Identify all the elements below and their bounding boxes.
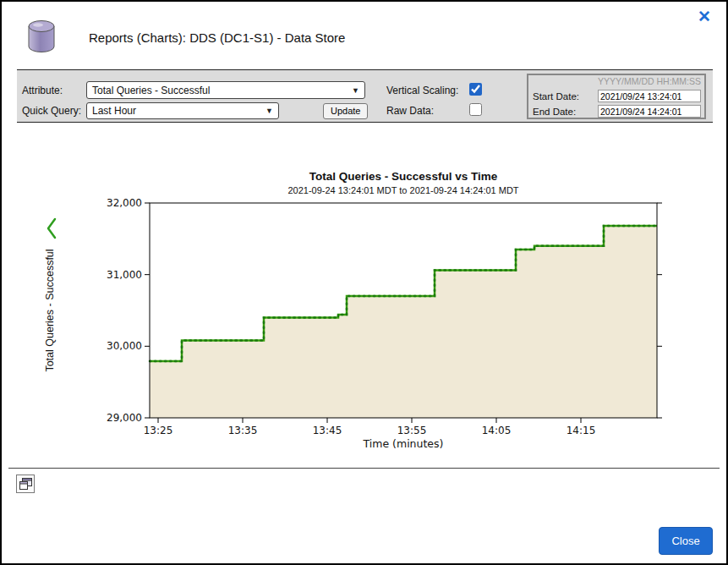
svg-text:29,000: 29,000 — [107, 412, 142, 424]
svg-text:14:05: 14:05 — [482, 425, 512, 436]
svg-text:13:35: 13:35 — [228, 425, 258, 436]
svg-text:30,000: 30,000 — [107, 340, 142, 352]
collapse-yaxis-icon[interactable] — [46, 217, 57, 243]
close-button[interactable]: Close — [659, 527, 713, 555]
vertical-scaling-checkbox[interactable] — [469, 83, 482, 96]
quick-query-select-value: Last Hour — [92, 105, 136, 117]
x-ticks: 13:2513:3513:4513:5514:0514:15 — [144, 418, 596, 436]
chart-subtitle: 2021-09-24 13:24:01 MDT to 2021-09-24 14… — [150, 185, 657, 195]
update-button[interactable]: Update — [323, 103, 368, 119]
chart-svg: 29,00030,00031,00032,000 13:2513:3513:45… — [90, 196, 682, 450]
svg-text:14:15: 14:15 — [567, 425, 596, 436]
chevron-down-icon: ▼ — [265, 107, 273, 115]
chevron-down-icon: ▼ — [352, 86, 359, 95]
attribute-select[interactable]: Total Queries - Successful ▼ — [86, 81, 365, 99]
x-axis-label: Time (minutes) — [363, 437, 444, 450]
svg-text:31,000: 31,000 — [107, 269, 142, 281]
reports-charts-dialog: Reports (Charts): DDS (DC1-S1) - Data St… — [0, 0, 728, 565]
attribute-label: Attribute: — [22, 85, 63, 96]
dialog-title: Reports (Charts): DDS (DC1-S1) - Data St… — [89, 30, 345, 45]
end-date-input[interactable] — [598, 105, 701, 118]
raw-data-checkbox[interactable] — [469, 103, 482, 116]
quick-query-select[interactable]: Last Hour ▼ — [86, 102, 279, 119]
chart-title: Total Queries - Successful vs Time — [150, 170, 657, 183]
close-icon[interactable]: ✕ — [694, 5, 714, 28]
start-date-label: Start Date: — [533, 91, 579, 101]
controls-bar: Attribute: Total Queries - Successful ▼ … — [17, 69, 713, 123]
end-date-label: End Date: — [533, 107, 576, 117]
footer-divider — [8, 468, 720, 469]
start-date-input[interactable] — [598, 90, 701, 102]
svg-text:13:55: 13:55 — [397, 425, 427, 436]
data-store-cylinder-icon — [25, 19, 57, 58]
quick-query-label: Quick Query: — [22, 105, 81, 117]
svg-text:13:45: 13:45 — [313, 425, 342, 436]
svg-text:13:25: 13:25 — [144, 425, 173, 436]
y-axis-label: Total Queries - Successful — [44, 249, 56, 371]
vertical-scaling-label: Vertical Scaling: — [386, 85, 458, 96]
date-range-box: YYYY/MM/DD HH:MM:SS Start Date: End Date… — [527, 74, 706, 119]
printable-view-icon[interactable] — [16, 474, 35, 493]
date-format-hint: YYYY/MM/DD HH:MM:SS — [598, 76, 701, 86]
svg-text:32,000: 32,000 — [107, 197, 142, 209]
raw-data-label: Raw Data: — [386, 105, 434, 117]
attribute-select-value: Total Queries - Successful — [92, 85, 210, 96]
